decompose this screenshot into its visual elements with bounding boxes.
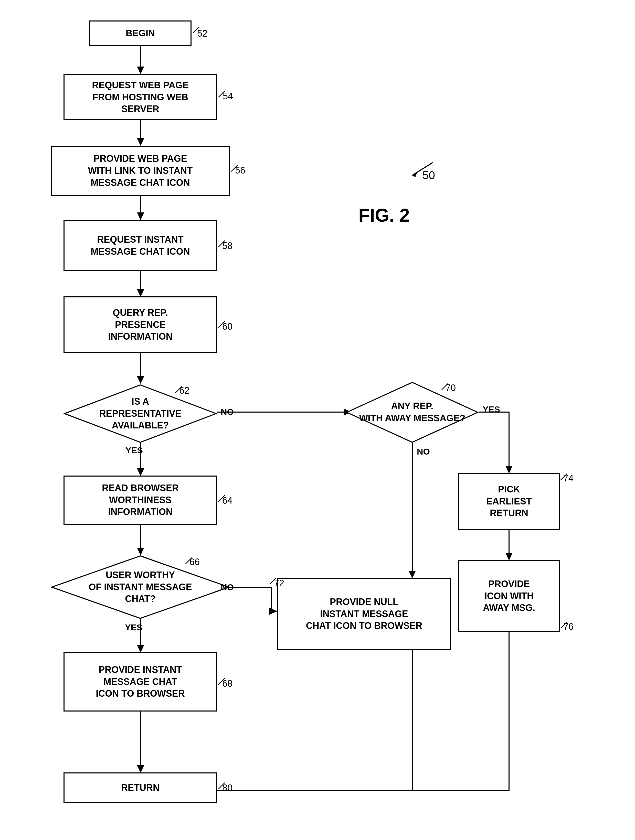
svg-marker-3 [137,138,144,146]
svg-marker-15 [137,645,144,653]
svg-marker-9 [137,376,144,384]
svg-line-51 [561,622,567,628]
yes-label-user-worthy: YES [125,622,143,632]
provide-web-page-box: PROVIDE WEB PAGE WITH LINK TO INSTANT ME… [51,146,230,196]
svg-line-35 [193,27,199,33]
svg-marker-21 [409,571,416,578]
svg-line-36 [219,91,225,97]
svg-line-38 [219,241,225,247]
query-rep-box: QUERY REP. PRESENCE INFORMATION [63,296,217,353]
svg-line-48 [442,384,448,390]
svg-marker-11 [137,468,144,476]
request-web-page-box: REQUEST WEB PAGE FROM HOSTING WEB SERVER [63,74,217,120]
yes-label-rep-available: YES [125,445,143,455]
request-im-icon-box: REQUEST INSTANT MESSAGE CHAT ICON [63,220,217,271]
svg-line-42 [219,495,225,502]
svg-marker-13 [137,548,144,556]
svg-line-45 [219,678,225,685]
svg-line-44 [185,557,192,564]
figure-label: FIG. 2 [358,205,410,226]
svg-marker-1 [137,66,144,74]
svg-marker-17 [137,765,144,773]
no-label-rep-available: NO [221,407,234,417]
svg-marker-5 [137,212,144,220]
is-rep-available-diamond: IS A REPRESENTATIVE AVAILABLE? [63,384,217,443]
svg-line-46 [219,783,225,789]
svg-line-39 [219,321,225,328]
svg-line-49 [270,578,276,584]
flowchart-diagram: BEGIN 52 REQUEST WEB PAGE FROM HOSTING W… [0,0,635,840]
svg-marker-26 [505,553,513,561]
provide-im-icon-box: PROVIDE INSTANT MESSAGE CHAT ICON TO BRO… [63,652,217,712]
provide-icon-away-box: PROVIDE ICON WITH AWAY MSG. [458,560,560,632]
yes-label-any-rep-away: YES [483,404,500,414]
no-label-user-worthy: NO [221,582,234,592]
svg-marker-24 [505,466,513,474]
svg-marker-34 [269,608,277,615]
pick-earliest-box: PICK EARLIEST RETURN [458,473,560,530]
read-browser-box: READ BROWSER WORTHINESS INFORMATION [63,475,217,525]
begin-box: BEGIN [89,21,192,46]
svg-line-50 [561,474,567,480]
svg-line-37 [231,165,238,172]
return-box: RETURN [63,772,217,803]
svg-line-41 [176,387,182,393]
svg-marker-7 [137,289,144,297]
user-worthy-diamond: USER WORTHY OF INSTANT MESSAGE CHAT? [51,555,230,619]
provide-null-box: PROVIDE NULL INSTANT MESSAGE CHAT ICON T… [277,578,451,650]
no-label-any-rep-away: NO [417,447,430,456]
any-rep-away-diamond: ANY REP. WITH AWAY MESSAGE? [346,381,479,443]
